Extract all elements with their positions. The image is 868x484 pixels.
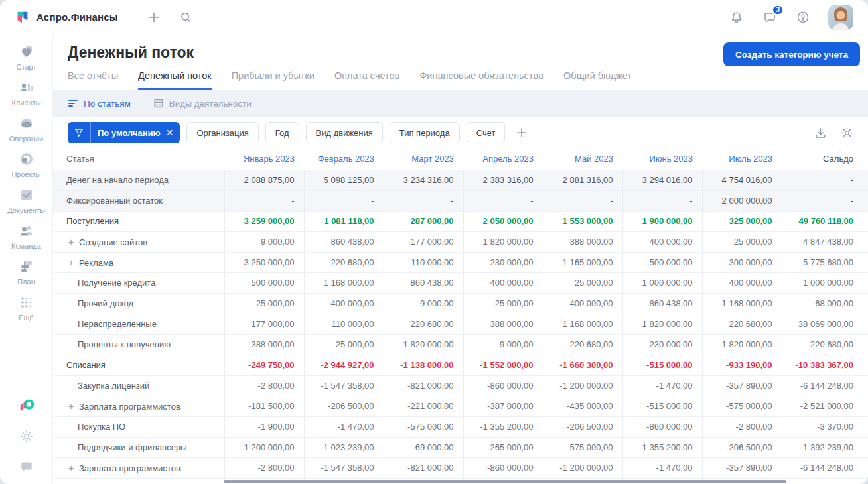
active-filter-chip[interactable]: По умолчанию ✕ (68, 122, 180, 143)
tab-liabilities[interactable]: Финансовые обязательства (419, 70, 543, 90)
cell: 2 881 316,00 (543, 170, 622, 190)
sidebar-item-documents[interactable]: Документы (3, 187, 50, 214)
sidebar-item-start[interactable]: Старт (3, 44, 50, 71)
cell: - (384, 190, 463, 211)
aspro-logo-icon[interactable] (19, 398, 35, 414)
clear-filter-icon[interactable]: ✕ (165, 127, 181, 138)
row-label: Поступления (53, 211, 224, 231)
filter-chip-year[interactable]: Год (265, 122, 299, 143)
cell: -1 200 000,00 (543, 457, 622, 478)
cell: 230 000,00 (463, 252, 543, 272)
cell: -515 000,00 (622, 396, 702, 416)
sidebar-item-operations[interactable]: Операции (3, 115, 50, 143)
sidebar-item-team[interactable]: Команда (3, 223, 50, 250)
sidebar-item-label: Ещё (19, 314, 34, 322)
expand-icon[interactable]: + (66, 401, 76, 412)
horizontal-scrollbar[interactable] (224, 480, 786, 483)
column-header-month[interactable]: Январь 2023 (224, 149, 304, 170)
expand-icon[interactable]: + (66, 257, 76, 268)
sidebar-item-projects[interactable]: Проекты (3, 151, 50, 178)
cell: -206 500,00 (543, 416, 622, 437)
expand-icon[interactable]: + (66, 237, 76, 247)
column-header-month[interactable]: Апрель 2023 (463, 149, 543, 170)
column-header-month[interactable]: Июнь 2023 (622, 149, 702, 170)
table-row: +Зарплата программистов-181 500,00-206 5… (53, 396, 868, 416)
documents-icon (19, 187, 35, 203)
table-settings-gear-icon[interactable] (840, 126, 853, 139)
row-label: Фиксированный остаток (53, 190, 224, 211)
cell: 110 000,00 (384, 252, 463, 272)
cell: -1 660 300,00 (543, 355, 622, 375)
row-label: +Создание сайтов (53, 231, 224, 252)
sidebar-item-label: Старт (17, 63, 36, 71)
subtab-activity-types[interactable]: Виды деятельности (153, 98, 252, 109)
cell: - (463, 190, 543, 211)
operations-icon (19, 115, 35, 131)
table-row: +Создание сайтов9 000,00860 438,00177 00… (53, 231, 868, 252)
table-row: +Зарплата программистов-2 800,00-1 547 3… (53, 457, 868, 478)
cell: 1 553 000,00 (543, 211, 622, 231)
cell: -249 750,00 (224, 355, 304, 375)
settings-gear-icon[interactable] (19, 428, 35, 444)
tab-all-reports[interactable]: Все отчёты (68, 70, 118, 90)
cell: 3 234 316,00 (384, 170, 463, 190)
filter-chip-period-type[interactable]: Тип периода (390, 122, 460, 143)
row-label: Проценты к получению (53, 334, 224, 355)
support-chat-icon[interactable] (19, 459, 35, 475)
chat-icon[interactable]: 3 (762, 9, 778, 25)
activity-types-icon (153, 98, 164, 109)
cell: -1 355 200,00 (463, 416, 543, 437)
help-icon[interactable] (795, 9, 811, 25)
cell: 110 000,00 (304, 314, 384, 334)
subtab-by-items[interactable]: По статьям (68, 98, 131, 109)
row-label: Покупка ПО (53, 416, 224, 437)
tab-profit-loss[interactable]: Прибыли и убытки (232, 70, 315, 90)
cell: 25 000,00 (702, 231, 782, 252)
table-row: Поступления3 259 000,001 081 118,00287 0… (53, 211, 868, 231)
expand-icon[interactable]: + (66, 463, 76, 473)
cell: -860 000,00 (463, 375, 543, 396)
column-header-month[interactable]: Июль 2023 (702, 149, 782, 170)
cell: 9 000,00 (384, 293, 463, 314)
cell: 388 000,00 (224, 334, 304, 355)
cell: - (224, 190, 304, 211)
topbar: Аспро.Финансы 3 (0, 0, 868, 34)
cell: 1 820 000,00 (622, 314, 702, 334)
column-header-month[interactable]: Март 2023 (384, 149, 463, 170)
user-avatar[interactable] (828, 5, 853, 30)
sidebar-item-plan[interactable]: План (3, 259, 50, 286)
cell: 5 098 125,00 (304, 170, 384, 190)
tab-invoices[interactable]: Оплата счетов (334, 70, 399, 90)
table-row: Проценты к получению388 000,0025 000,001… (53, 334, 868, 355)
cell: 5 775 680,00 (782, 252, 868, 272)
tab-budget[interactable]: Общий бюджет (563, 70, 632, 90)
notifications-bell-icon[interactable] (729, 9, 745, 25)
cell: 400 000,00 (304, 293, 384, 314)
sidebar-item-label: Команда (11, 242, 41, 250)
row-label: Закупка лицензий (53, 375, 224, 396)
tab-cash-flow[interactable]: Денежный поток (138, 70, 212, 90)
add-icon[interactable] (146, 9, 162, 25)
cell: 230 000,00 (622, 334, 702, 355)
cell: -515 000,00 (622, 355, 702, 375)
sidebar-item-more[interactable]: Ещё (3, 294, 50, 322)
create-category-button[interactable]: Создать категорию учета (723, 42, 860, 66)
column-header-month[interactable]: Май 2023 (543, 149, 622, 170)
export-download-icon[interactable] (814, 126, 827, 139)
column-header-month[interactable]: Февраль 2023 (304, 149, 384, 170)
filter-chip-movement-type[interactable]: Вид движения (306, 122, 383, 143)
active-filter-label: По умолчанию (91, 128, 165, 138)
search-icon[interactable] (178, 9, 194, 25)
app-window: Аспро.Финансы 3 (0, 0, 868, 484)
filter-chip-organization[interactable]: Организация (186, 122, 258, 143)
add-filter-icon[interactable] (516, 127, 528, 139)
table-row: Денег на начало периода2 088 875,005 098… (53, 170, 868, 190)
filter-chip-account[interactable]: Счет (467, 122, 506, 143)
cell: 860 438,00 (304, 231, 384, 252)
cell: 1 168 000,00 (702, 293, 782, 314)
cell: -1 138 000,00 (384, 355, 463, 375)
report-tabs: Все отчётыДенежный потокПрибыли и убытки… (68, 70, 853, 90)
brand[interactable]: Аспро.Финансы (15, 9, 118, 25)
sidebar-item-clients[interactable]: Клиенты (3, 80, 50, 107)
cell: -1 355 200,00 (622, 437, 702, 457)
